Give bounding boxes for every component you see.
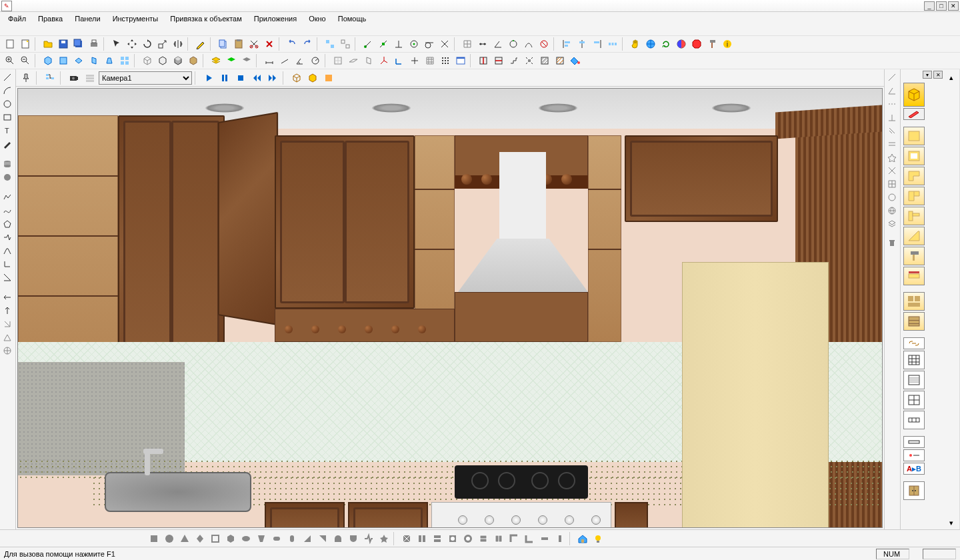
shape-6[interactable] [223,531,238,546]
catalog-a-to-b-button[interactable]: A▸B [903,463,925,475]
camera-list-button[interactable] [83,71,97,85]
grid-xy-button[interactable] [331,53,345,68]
info-button[interactable]: i [720,37,735,51]
catalog-cabinet-button[interactable] [903,481,925,500]
snap-quad-button[interactable] [506,37,521,51]
r1-line-icon[interactable] [885,71,899,84]
section-h-button[interactable] [491,53,506,68]
grid-toggle-button[interactable] [423,53,437,68]
hammer-button[interactable] [705,37,719,51]
catalog-edit-button[interactable] [903,108,925,120]
copy-button[interactable] [216,37,231,51]
r1-perp-icon[interactable] [885,111,899,124]
shape-22[interactable] [476,531,491,546]
grid-xz-button[interactable] [346,53,361,68]
draw-text-icon[interactable]: T [0,124,15,137]
catalog-drawer-button[interactable] [903,312,925,331]
r1-dash-icon[interactable] [885,97,899,111]
catalog-bar-button[interactable] [903,436,925,448]
r1-star-icon[interactable] [885,151,899,164]
view-persp-button[interactable] [102,53,117,68]
hand-tool-button[interactable] [628,37,643,51]
path-1-icon[interactable] [0,231,15,244]
shaded-button[interactable] [171,53,185,68]
refresh-button[interactable] [659,37,673,51]
layer-off-button[interactable] [239,53,254,68]
undo-button[interactable] [285,37,299,51]
align-right-button[interactable] [590,37,605,51]
hidden-line-button[interactable] [155,53,170,68]
ungroup-button[interactable] [338,37,353,51]
r1-layers-icon[interactable] [885,217,899,231]
r1-circle-icon[interactable] [885,191,899,204]
minimize-button[interactable]: _ [924,1,935,11]
play-button[interactable] [201,71,216,85]
dim-align-button[interactable] [277,53,292,68]
shape-12[interactable] [315,531,330,546]
snap-grid-button[interactable] [460,37,475,51]
explode-button[interactable] [522,53,537,68]
axis-button[interactable] [377,53,391,68]
stop-play-button[interactable] [233,71,248,85]
section-step-button[interactable] [507,53,521,68]
hatch-1-button[interactable] [537,53,552,68]
section-v-button[interactable] [476,53,491,68]
viewport-3d[interactable] [17,88,883,528]
polyline-icon[interactable] [0,191,15,204]
r1-grid-icon[interactable] [885,177,899,191]
new-button[interactable] [3,37,17,51]
distribute-button[interactable] [605,37,620,51]
modify-1-icon[interactable] [0,291,15,304]
pause-button[interactable] [217,71,232,85]
shape-sphere-icon[interactable] [0,171,15,184]
snap-perp-button[interactable] [391,37,406,51]
delete-button[interactable] [262,37,277,51]
forward-button[interactable] [265,71,280,85]
catalog-lshape-button[interactable] [903,167,925,185]
modify-2-icon[interactable] [0,304,15,317]
shape-room-button[interactable] [575,531,590,546]
snap-off-button[interactable] [537,37,551,51]
snap-end-button[interactable] [361,37,375,51]
catalog-row-button[interactable] [903,411,925,429]
print-button[interactable] [87,37,101,51]
zoom-in-button[interactable] [3,53,17,68]
path-3-icon[interactable] [0,257,15,271]
shape-20[interactable] [445,531,460,546]
render-tex-button[interactable] [321,71,336,85]
menu-apps[interactable]: Приложения [249,13,302,24]
layer-button[interactable] [209,53,223,68]
save-button[interactable] [56,37,71,51]
dim-linear-button[interactable] [262,53,277,68]
shape-14[interactable] [346,531,361,546]
modify-3-icon[interactable] [0,317,15,331]
shape-24[interactable] [507,531,521,546]
catalog-slot-button[interactable] [903,267,925,285]
r1-cross-icon[interactable] [885,164,899,177]
menu-edit[interactable]: Правка [33,13,68,24]
camera-button[interactable] [67,71,81,85]
maximize-button[interactable]: □ [936,1,947,11]
hatch-2-button[interactable] [553,53,567,68]
open-button[interactable] [41,37,55,51]
shape-18[interactable] [415,531,429,546]
path-2-icon[interactable] [0,244,15,257]
shape-23[interactable] [491,531,506,546]
shape-13[interactable] [331,531,345,546]
shape-21[interactable] [461,531,475,546]
catalog-profile-button[interactable] [903,207,925,225]
catalog-bevel-button[interactable] [903,227,925,245]
menu-tools[interactable]: Инструменты [107,13,164,24]
snap-node-button[interactable] [475,37,490,51]
catalog-table-button[interactable] [903,351,925,369]
catalog-frame-button[interactable] [903,147,925,165]
scale-button[interactable] [155,37,170,51]
shape-3[interactable] [177,531,192,546]
view-top-button[interactable] [71,53,86,68]
menu-snap[interactable]: Привязка к объектам [165,13,247,24]
select-button[interactable] [109,37,124,51]
shape-10[interactable] [285,531,299,546]
grid-yz-button[interactable] [361,53,376,68]
shape-11[interactable] [300,531,315,546]
catalog-hammer-button[interactable] [903,247,925,265]
